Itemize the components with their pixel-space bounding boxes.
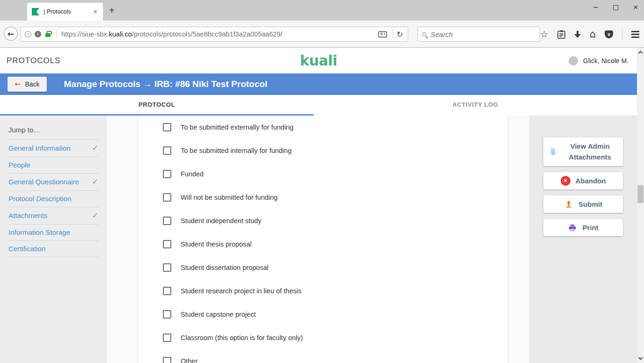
sidebar-item-information-storage[interactable]: Information Storage [8, 225, 98, 241]
checkbox[interactable] [163, 123, 171, 131]
checkbox-option-student-capstone-project: Student capstone project [138, 303, 508, 326]
back-button-label: Back [25, 80, 39, 88]
browser-titlebar: | Protocols × + − □ × [0, 0, 644, 21]
checkbox-option-will-not-be-submitted-for-funding: Will not be submitted for funding [138, 186, 508, 209]
checkbox[interactable] [163, 357, 171, 363]
sidebar-item-label: Protocol Description [8, 195, 71, 203]
actions-sidebar: View Admin Attachments×AbandonSubmitPrin… [529, 116, 637, 363]
sidebar-item-label: General Questionnaire [8, 178, 79, 186]
kuali-favicon-icon [32, 8, 39, 15]
bookmarks-menu-icon[interactable] [557, 30, 565, 39]
scrollbar-thumb[interactable] [637, 185, 644, 203]
app-header: PROTOCOLS kuali Glick, Nicole M. [0, 48, 637, 73]
window-controls: − □ × [593, 0, 638, 14]
page-scrollbar[interactable] [637, 48, 644, 363]
checkbox[interactable] [163, 240, 171, 248]
print-button[interactable]: Print [543, 219, 623, 236]
search-input[interactable] [431, 30, 535, 38]
checkbox[interactable] [163, 193, 171, 202]
kuali-logo: kuali [300, 52, 337, 69]
navbar-icons: ☆ ⌂ v [540, 27, 641, 42]
url-separator [56, 29, 57, 39]
sidebar-item-label: Attachments [8, 211, 47, 219]
checkbox[interactable] [163, 263, 171, 272]
pocket-icon[interactable]: v [605, 30, 613, 38]
browser-back-button[interactable]: ← [4, 27, 18, 41]
back-arrow-icon: ← [15, 80, 21, 88]
jump-to-label: Jump to… [8, 122, 98, 140]
checkbox-option-to-be-submitted-internally-for-funding: To be submitted internally for funding [138, 139, 508, 162]
checkbox[interactable] [163, 334, 171, 342]
search-icon [422, 32, 426, 36]
sidebar-item-label: Certification [8, 245, 45, 253]
submit-icon [564, 199, 573, 209]
completed-check-icon: ✓ [92, 177, 98, 186]
avatar[interactable] [569, 56, 578, 65]
checkbox[interactable] [163, 310, 171, 319]
checkbox[interactable] [163, 146, 171, 155]
checkbox-label: Other [181, 357, 198, 363]
tab-close-icon[interactable]: × [93, 8, 98, 15]
paperclip-icon [549, 146, 557, 157]
print-icon [568, 223, 577, 232]
tab-protocol[interactable]: PROTOCOL [0, 95, 314, 116]
scroll-down-icon[interactable] [638, 356, 643, 360]
protocol-header-bar: ← Back Manage Protocols → IRB: #86 Niki … [0, 73, 637, 95]
sidebar-item-label: People [8, 161, 30, 169]
sidebar-item-general-information[interactable]: General Information✓ [8, 140, 98, 157]
browser-tab[interactable]: | Protocols × [27, 3, 103, 21]
url-prefix: https://siue-sbx. [61, 30, 109, 38]
reload-icon[interactable]: ↻ [397, 30, 404, 39]
completed-check-icon: ✓ [92, 211, 98, 220]
left-gutter [107, 116, 137, 363]
maximize-button[interactable]: □ [613, 3, 619, 11]
completed-check-icon: ✓ [92, 144, 98, 152]
checkbox[interactable] [163, 170, 171, 178]
action-button-label: Submit [578, 199, 602, 210]
minimize-button[interactable]: − [593, 3, 599, 11]
url-text[interactable]: https://siue-sbx.kuali.co/protocols/prot… [61, 30, 376, 38]
view-admin-attachments-button[interactable]: View Admin Attachments [543, 138, 623, 166]
menu-icon[interactable] [631, 31, 641, 38]
browser-navbar: ← i i https://siue-sbx.kuali.co/protocol… [0, 21, 644, 48]
sidebar-item-label: Information Storage [8, 228, 70, 236]
reader-mode-icon[interactable] [378, 31, 387, 38]
checkbox-label: Student research project in lieu of thes… [181, 287, 301, 295]
sidebar-item-protocol-description[interactable]: Protocol Description [8, 191, 98, 207]
submit-button[interactable]: Submit [543, 196, 623, 213]
user-menu[interactable]: Glick, Nicole M. [569, 56, 629, 65]
action-button-label: Abandon [576, 175, 606, 186]
downloads-icon[interactable] [574, 30, 581, 38]
back-button[interactable]: ← Back [7, 77, 47, 92]
close-button[interactable]: × [633, 3, 638, 11]
back-arrow-icon: ← [7, 30, 14, 38]
checkbox-option-student-thesis-proposal: Student thesis proposal [138, 232, 508, 256]
toolbar-divider [622, 29, 622, 39]
identity-icon[interactable]: i [35, 31, 41, 37]
abandon-button[interactable]: ×Abandon [543, 172, 623, 189]
checkbox-option-to-be-submitted-externally-for-funding: To be submitted externally for funding [138, 116, 508, 139]
sidebar-item-attachments[interactable]: Attachments✓ [8, 207, 98, 225]
sidebar-item-people[interactable]: People [8, 157, 98, 174]
checkbox-option-funded: Funded [138, 162, 508, 186]
scroll-up-icon[interactable] [638, 51, 643, 56]
bookmark-star-icon[interactable]: ☆ [540, 29, 549, 39]
sidebar-item-certification[interactable]: Certification [8, 241, 98, 257]
action-button-label: Print [582, 222, 598, 233]
tab-activity-log[interactable]: ACTIVITY LOG [314, 95, 637, 116]
page-info-icon[interactable]: i [25, 31, 31, 37]
sidebar-item-general-questionnaire[interactable]: General Questionnaire✓ [8, 174, 98, 191]
checkbox[interactable] [163, 287, 171, 295]
checkbox[interactable] [163, 217, 171, 225]
questionnaire-panel: To be submitted externally for fundingTo… [137, 116, 508, 363]
new-tab-button[interactable]: + [109, 5, 115, 16]
browser-search[interactable] [417, 27, 540, 42]
checkbox-label: To be submitted externally for funding [181, 123, 293, 131]
url-domain: kuali.co [109, 30, 132, 38]
checkbox-option-student-dissertation-proposal: Student dissertation proposal [138, 256, 508, 279]
action-button-label: View Admin Attachments [563, 141, 617, 163]
user-name: Glick, Nicole M. [583, 57, 629, 65]
home-icon[interactable]: ⌂ [590, 29, 596, 39]
url-bar[interactable]: i i https://siue-sbx.kuali.co/protocols/… [21, 27, 408, 42]
tab-title: | Protocols [44, 8, 93, 15]
